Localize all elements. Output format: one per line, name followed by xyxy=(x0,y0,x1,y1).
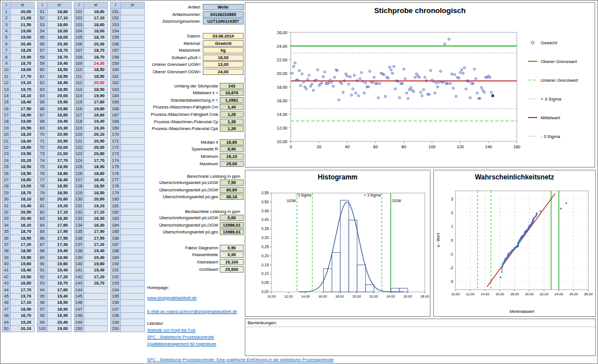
value-cell[interactable]: 19,40 xyxy=(47,60,71,66)
literature-link-3[interactable]: Qualitätsmanagement für Ingenieure xyxy=(146,341,244,346)
value-cell[interactable] xyxy=(120,73,144,80)
value-cell[interactable] xyxy=(120,222,144,228)
value-cell[interactable]: 17,10 xyxy=(47,209,71,215)
value-cell[interactable]: 20,40 xyxy=(47,319,71,325)
value-cell[interactable]: 18,50 xyxy=(47,86,71,93)
value-cell[interactable]: 18,60 xyxy=(11,177,35,183)
value-cell[interactable] xyxy=(120,319,144,325)
value-cell[interactable]: 18,80 xyxy=(84,170,108,177)
value-cell[interactable]: 19,40 xyxy=(47,267,71,274)
value-cell[interactable] xyxy=(120,112,144,118)
value-cell[interactable] xyxy=(120,15,144,21)
value-cell[interactable] xyxy=(120,138,144,144)
literature-link-1[interactable]: Statistik von Kopf bis Fuß xyxy=(146,328,244,333)
value-cell[interactable] xyxy=(120,106,144,112)
value-cell[interactable]: 17,50 xyxy=(84,235,108,241)
value-cell[interactable]: 19,40 xyxy=(84,254,108,261)
value-cell[interactable]: 16,90 xyxy=(47,312,71,319)
value-cell[interactable]: 17,20 xyxy=(84,274,108,280)
value-cell[interactable] xyxy=(120,183,144,189)
value-cell[interactable]: 25,00 xyxy=(84,80,108,86)
value-cell[interactable] xyxy=(120,228,144,235)
value-cell[interactable] xyxy=(120,93,144,99)
email-link[interactable]: E-Mail an roland.schnurr@sixsigmablackbe… xyxy=(146,309,244,314)
value-cell[interactable]: 19,50 xyxy=(11,274,35,280)
field-value[interactable]: 80,60 xyxy=(220,187,244,193)
value-cell[interactable] xyxy=(120,86,144,93)
value-cell[interactable]: 18,00 xyxy=(84,28,108,34)
value-cell[interactable]: 18,50 xyxy=(47,66,71,73)
field-value[interactable]: 18,876 xyxy=(220,90,244,96)
chart-histogramm[interactable]: Histogramm0,000,050,100,150,200,250,300,… xyxy=(245,170,430,317)
value-cell[interactable]: 20,90 xyxy=(47,131,71,137)
value-cell[interactable]: 18,50 xyxy=(84,66,108,73)
value-cell[interactable] xyxy=(84,312,108,319)
value-cell[interactable]: 18,90 xyxy=(11,112,35,118)
value-cell[interactable] xyxy=(120,60,144,66)
value-cell[interactable]: 18,40 xyxy=(11,138,35,144)
value-cell[interactable]: 20,40 xyxy=(11,215,35,221)
value-cell[interactable]: 17,60 xyxy=(47,222,71,228)
value-cell[interactable]: 18,00 xyxy=(11,66,35,73)
value-cell[interactable]: 18,00 xyxy=(47,34,71,40)
value-cell[interactable]: 16,70 xyxy=(84,280,108,286)
value-cell[interactable]: 18,50 xyxy=(84,190,108,196)
value-cell[interactable]: 19,90 xyxy=(84,93,108,99)
value-cell[interactable]: 16,70 xyxy=(47,280,71,286)
field-value[interactable]: U2T1340124357 xyxy=(203,18,244,24)
value-cell[interactable] xyxy=(120,131,144,137)
value-cell[interactable] xyxy=(120,287,144,293)
value-cell[interactable]: 20,50 xyxy=(47,138,71,144)
field-value[interactable]: 34136233689 xyxy=(203,11,244,18)
value-cell[interactable]: 18,20 xyxy=(11,131,35,137)
value-cell[interactable] xyxy=(120,119,144,125)
value-cell[interactable]: 16,80 xyxy=(11,280,35,286)
field-value[interactable]: 03.08.2014 xyxy=(203,33,244,39)
value-cell[interactable] xyxy=(120,41,144,47)
chart-stichprobe-chronologisch[interactable]: Stichprobe chronologisch10,0012,0014,001… xyxy=(245,2,595,168)
field-value[interactable]: Welle xyxy=(203,4,244,10)
value-cell[interactable]: 18,60 xyxy=(11,144,35,150)
value-cell[interactable] xyxy=(120,241,144,248)
value-cell[interactable]: 17,50 xyxy=(47,235,71,241)
value-cell[interactable] xyxy=(120,306,144,312)
field-value[interactable]: 1,44 xyxy=(220,104,244,110)
value-cell[interactable]: 18,50 xyxy=(11,235,35,241)
value-cell[interactable]: 20,50 xyxy=(11,125,35,131)
value-cell[interactable]: 19,00 xyxy=(11,119,35,125)
value-cell[interactable]: 17,70 xyxy=(84,157,108,164)
field-value[interactable]: 1,26 xyxy=(220,111,244,118)
value-cell[interactable]: 18,70 xyxy=(84,47,108,53)
value-cell[interactable]: 21,50 xyxy=(11,22,35,28)
value-cell[interactable]: 19,80 xyxy=(47,106,71,112)
field-value[interactable]: kg xyxy=(203,47,244,53)
value-cell[interactable]: 17,10 xyxy=(47,15,71,21)
value-cell[interactable]: 18,90 xyxy=(47,164,71,170)
value-cell[interactable] xyxy=(120,157,144,164)
value-cell[interactable]: 20,00 xyxy=(84,144,108,150)
field-value[interactable]: 1,3581 xyxy=(220,97,244,103)
field-value[interactable]: 24,00 xyxy=(203,69,244,75)
field-value[interactable]: 18,80 xyxy=(220,139,244,145)
value-cell[interactable]: 16,10 xyxy=(11,222,35,228)
value-cell[interactable] xyxy=(84,325,108,332)
homepage-link[interactable]: www.sixsigmablackbelt.de xyxy=(146,295,244,300)
value-cell[interactable] xyxy=(120,299,144,306)
value-cell[interactable] xyxy=(120,203,144,209)
value-cell[interactable]: 18,50 xyxy=(47,190,71,196)
value-cell[interactable]: 19,90 xyxy=(47,254,71,261)
value-cell[interactable]: 20,30 xyxy=(47,41,71,47)
value-cell[interactable] xyxy=(120,274,144,280)
value-cell[interactable]: 20,00 xyxy=(47,144,71,150)
value-cell[interactable]: 19,60 xyxy=(84,261,108,267)
value-cell[interactable]: 20,20 xyxy=(11,157,35,164)
value-cell[interactable]: 18,50 xyxy=(47,183,71,189)
value-cell[interactable] xyxy=(120,190,144,196)
value-cell[interactable] xyxy=(120,28,144,34)
value-cell[interactable]: 19,40 xyxy=(84,119,108,125)
value-cell[interactable]: 19,40 xyxy=(47,119,71,125)
value-cell[interactable]: 16,40 xyxy=(47,80,71,86)
value-cell[interactable] xyxy=(120,209,144,215)
value-cell[interactable]: 21,00 xyxy=(47,150,71,157)
value-cell[interactable]: 18,90 xyxy=(11,306,35,312)
